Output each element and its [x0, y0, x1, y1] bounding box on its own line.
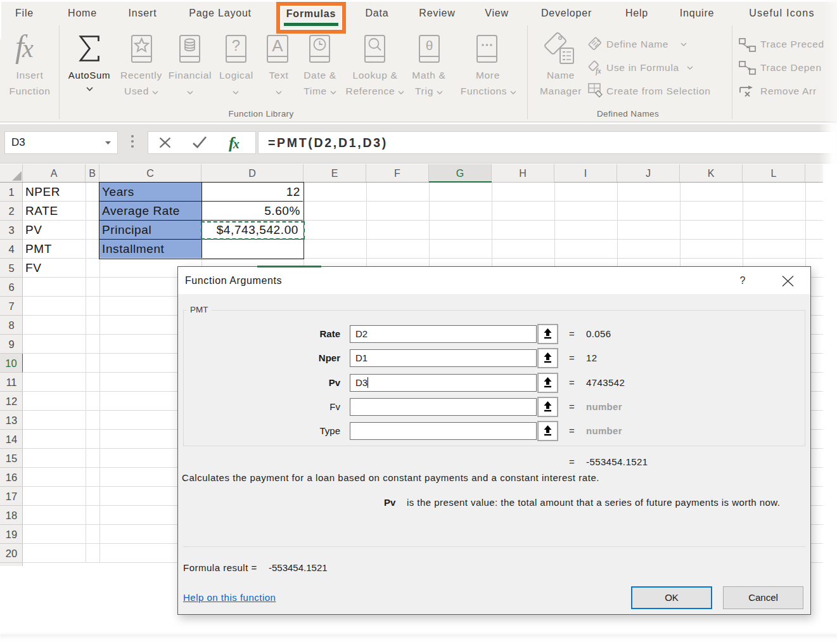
svg-text:A: A — [272, 36, 283, 55]
svg-text:fx: fx — [596, 67, 601, 75]
svg-text:θ: θ — [426, 38, 433, 53]
svg-text:?: ? — [232, 37, 240, 54]
